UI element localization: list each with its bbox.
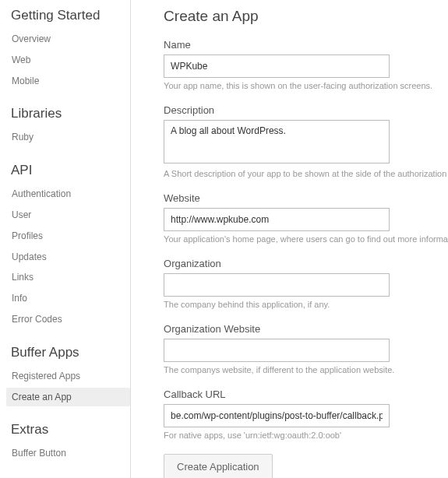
help-organization: The company behind this application, if … — [164, 300, 448, 309]
nav-header: Libraries — [11, 106, 130, 121]
nav-section-api: API Authentication User Profiles Updates… — [11, 163, 130, 329]
sidebar-item-user[interactable]: User — [11, 206, 130, 225]
input-name[interactable] — [164, 54, 390, 78]
page-title: Create an App — [164, 8, 448, 25]
sidebar-item-create-an-app[interactable]: Create an App — [6, 388, 130, 407]
create-application-button[interactable]: Create Application — [164, 454, 273, 478]
help-website: Your application's home page, where user… — [164, 234, 448, 244]
sidebar-item-updates[interactable]: Updates — [11, 248, 130, 267]
sidebar-item-registered-apps[interactable]: Registered Apps — [11, 367, 130, 386]
help-organization-website: The companys website, if different to th… — [164, 365, 448, 374]
input-organization-website[interactable] — [164, 339, 390, 362]
nav-section-getting-started: Getting Started Overview Web Mobile — [11, 8, 130, 90]
input-description[interactable] — [164, 120, 390, 163]
nav-header: Buffer Apps — [11, 345, 130, 360]
field-name: Name Your app name, this is shown on the… — [164, 39, 448, 90]
sidebar-item-error-codes[interactable]: Error Codes — [11, 310, 130, 329]
field-description: Description A Short description of your … — [164, 104, 448, 178]
nav-header: Getting Started — [11, 8, 130, 23]
help-callback-url: For native apps, use 'urn:ietf:wg:oauth:… — [164, 431, 448, 440]
label-organization: Organization — [164, 258, 448, 269]
main-content: Create an App Name Your app name, this i… — [131, 0, 448, 478]
input-organization[interactable] — [164, 273, 390, 297]
help-description: A Short description of your app to be sh… — [164, 169, 448, 178]
sidebar-item-profiles[interactable]: Profiles — [11, 227, 130, 246]
nav-header: API — [11, 163, 130, 178]
field-organization: Organization The company behind this app… — [164, 258, 448, 309]
sidebar-item-ruby[interactable]: Ruby — [11, 128, 130, 147]
label-organization-website: Organization Website — [164, 323, 448, 335]
sidebar-item-info[interactable]: Info — [11, 289, 130, 308]
field-website: Website Your application's home page, wh… — [164, 192, 448, 244]
sidebar: Getting Started Overview Web Mobile Libr… — [0, 0, 131, 478]
sidebar-item-overview[interactable]: Overview — [11, 30, 130, 49]
label-website: Website — [164, 192, 448, 204]
label-description: Description — [164, 104, 448, 116]
nav-header: Extras — [11, 422, 130, 438]
label-name: Name — [164, 39, 448, 51]
sidebar-item-web[interactable]: Web — [11, 51, 130, 70]
input-website[interactable] — [164, 208, 390, 231]
nav-section-extras: Extras Buffer Button — [11, 422, 130, 463]
input-callback-url[interactable] — [164, 404, 390, 427]
help-name: Your app name, this is shown on the user… — [164, 81, 448, 90]
sidebar-item-buffer-button[interactable]: Buffer Button — [11, 444, 130, 463]
field-callback-url: Callback URL For native apps, use 'urn:i… — [164, 388, 448, 440]
nav-section-libraries: Libraries Ruby — [11, 106, 130, 147]
sidebar-item-mobile[interactable]: Mobile — [11, 72, 130, 91]
nav-section-buffer-apps: Buffer Apps Registered Apps Create an Ap… — [11, 345, 130, 407]
label-callback-url: Callback URL — [164, 388, 448, 400]
field-organization-website: Organization Website The companys websit… — [164, 323, 448, 374]
sidebar-item-authentication[interactable]: Authentication — [11, 185, 130, 204]
sidebar-item-links[interactable]: Links — [11, 268, 130, 287]
